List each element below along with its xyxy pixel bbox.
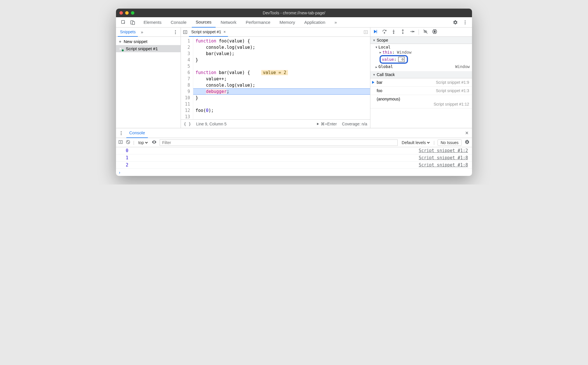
chevron-down-icon: ▼ <box>373 73 376 76</box>
sidebar-kebab-icon[interactable] <box>172 29 179 36</box>
line-number-gutter: 12345678910111213 <box>181 37 193 119</box>
svg-point-3 <box>465 20 466 21</box>
editor-tab[interactable]: Script snippet #1 × <box>189 28 228 37</box>
tab-elements[interactable]: Elements <box>140 17 166 28</box>
callstack-anonymous-row[interactable]: (anonymous) <box>370 95 472 102</box>
svg-rect-9 <box>183 30 187 34</box>
debugger-toolbar <box>370 28 472 37</box>
clear-console-icon[interactable] <box>126 140 130 145</box>
console-settings-icon[interactable] <box>465 139 470 145</box>
toggle-navigator-icon[interactable] <box>182 30 188 34</box>
console-log-row: 0Script snippet #1:2 <box>116 147 472 154</box>
tab-performance[interactable]: Performance <box>242 17 274 28</box>
svg-point-14 <box>403 33 403 34</box>
callstack-row[interactable]: foo Script snippet #1:3 <box>370 87 472 95</box>
issues-button[interactable]: No Issues <box>438 139 462 146</box>
console-toolbar: | top Default levels | No Issues <box>116 138 472 147</box>
svg-point-12 <box>384 32 385 33</box>
chevron-right-icon: ▶ <box>376 65 378 69</box>
svg-point-5 <box>465 23 466 24</box>
cursor-position: Line 9, Column 5 <box>196 122 227 126</box>
close-tab-icon[interactable]: × <box>223 30 226 34</box>
svg-point-13 <box>393 33 394 34</box>
callstack-row[interactable]: bar Script snippet #1:9 <box>370 78 472 87</box>
svg-rect-2 <box>132 22 135 25</box>
code-content[interactable]: function foo(value) { console.log(value)… <box>193 37 370 119</box>
deactivate-breakpoints-icon[interactable] <box>423 29 428 35</box>
pause-on-exceptions-icon[interactable] <box>432 29 437 35</box>
tab-console[interactable]: Console <box>167 17 191 28</box>
svg-rect-11 <box>377 30 377 33</box>
svg-point-18 <box>121 131 122 132</box>
snippet-list-item[interactable]: Script snippet #1 <box>116 45 181 52</box>
debugger-pane: ▼ Scope ▼ Local ▶ this: Window value: <box>370 28 472 128</box>
log-levels-select[interactable]: Default levels <box>401 140 431 145</box>
sidebar-tab-snippets[interactable]: Snippets <box>118 28 138 37</box>
inspect-element-icon[interactable] <box>120 19 127 26</box>
scope-value-input[interactable] <box>398 57 405 62</box>
step-into-icon[interactable] <box>391 29 396 35</box>
tab-network[interactable]: Network <box>217 17 241 28</box>
step-out-icon[interactable] <box>400 29 405 35</box>
snippet-item-label: Script snippet #1 <box>126 46 158 51</box>
step-over-icon[interactable] <box>382 29 387 35</box>
callstack-anonymous-loc: Script snippet #1:12 <box>370 102 472 108</box>
new-snippet-button[interactable]: + New snippet <box>116 38 181 45</box>
console-prompt[interactable]: › <box>116 169 472 176</box>
svg-point-19 <box>121 133 122 133</box>
callstack-label: Call Stack <box>377 72 395 77</box>
window-title: DevTools - chrome://new-tab-page/ <box>116 11 472 15</box>
sidebar-tab-more[interactable]: » <box>139 30 145 34</box>
coverage-status: Coverage: n/a <box>342 122 367 126</box>
execution-context-select[interactable]: top <box>137 140 149 145</box>
scope-header[interactable]: ▼ Scope <box>370 37 472 44</box>
tab-more[interactable]: » <box>330 17 341 28</box>
console-filter-input[interactable] <box>160 139 398 146</box>
chevron-down-icon: ▼ <box>376 46 378 49</box>
console-log-list: 0Script snippet #1:21Script snippet #1:8… <box>116 147 472 169</box>
console-log-source-link[interactable]: Script snippet #1:8 <box>419 155 468 160</box>
chevron-right-icon: ▶ <box>380 51 382 54</box>
console-sidebar-toggle-icon[interactable] <box>118 140 123 145</box>
devtools-window: DevTools - chrome://new-tab-page/ Elemen… <box>116 9 472 176</box>
chevron-down-icon: ▼ <box>373 39 376 42</box>
tab-sources[interactable]: Sources <box>192 17 216 28</box>
drawer-kebab-icon[interactable] <box>118 130 125 137</box>
svg-point-4 <box>465 22 466 23</box>
svg-rect-16 <box>434 31 435 32</box>
editor-status-bar: { } Line 9, Column 5 ⌘+Enter Coverage: n… <box>181 119 370 128</box>
step-icon[interactable] <box>409 29 415 35</box>
scope-value-row[interactable]: value: <box>370 55 472 64</box>
toggle-debugger-icon[interactable] <box>363 30 369 34</box>
console-log-row: 2Script snippet #1:8 <box>116 162 472 169</box>
run-snippet-button[interactable]: ⌘+Enter <box>316 122 337 126</box>
scope-local-row[interactable]: ▼ Local <box>370 44 472 50</box>
drawer-tab-console[interactable]: Console <box>126 128 148 138</box>
close-drawer-icon[interactable]: × <box>463 130 470 137</box>
console-log-source-link[interactable]: Script snippet #1:2 <box>419 148 468 153</box>
pretty-print-icon[interactable]: { } <box>184 122 191 126</box>
console-log-source-link[interactable]: Script snippet #1:8 <box>419 162 468 168</box>
svg-point-6 <box>175 30 176 31</box>
titlebar: DevTools - chrome://new-tab-page/ <box>116 9 472 17</box>
scope-global-row[interactable]: ▶Global Window <box>370 64 472 70</box>
new-snippet-label: New snippet <box>124 39 148 44</box>
callstack-header[interactable]: ▼ Call Stack <box>370 71 472 78</box>
scope-this-row[interactable]: ▶ this: Window <box>370 50 472 55</box>
navigator-sidebar: Snippets » + New snippet Script snippet … <box>116 28 181 128</box>
plus-icon: + <box>119 39 121 44</box>
tab-application[interactable]: Application <box>300 17 329 28</box>
svg-rect-10 <box>364 30 368 34</box>
tab-memory[interactable]: Memory <box>276 17 299 28</box>
svg-point-20 <box>121 134 122 135</box>
svg-rect-21 <box>119 141 122 144</box>
snippet-file-icon <box>119 46 123 51</box>
kebab-menu-icon[interactable] <box>462 19 469 26</box>
live-expression-icon[interactable] <box>152 139 157 145</box>
editor-pane: Script snippet #1 × 12345678910111213 fu… <box>181 28 370 128</box>
main-tabs: Elements Console Sources Network Perform… <box>116 17 472 28</box>
device-toolbar-icon[interactable] <box>129 19 136 26</box>
resume-icon[interactable] <box>373 29 378 35</box>
svg-point-7 <box>175 32 176 32</box>
settings-icon[interactable] <box>452 19 459 26</box>
